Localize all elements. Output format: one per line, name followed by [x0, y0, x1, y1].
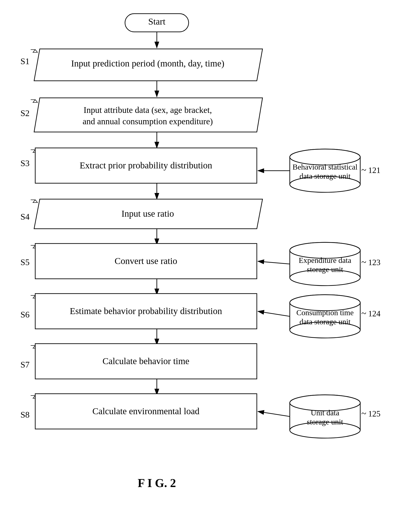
s2-label: S2: [21, 108, 30, 118]
db125-text-line1: Unit data: [311, 408, 339, 417]
s6-label: S6: [21, 310, 30, 319]
db123-number: 123: [368, 258, 380, 267]
svg-marker-6: [34, 98, 262, 132]
s2-text-line2: and annual consumption expenditure): [82, 117, 213, 126]
s2-text-line1: Input attribute data (sex, age bracket,: [84, 105, 212, 115]
db121-number: 121: [368, 166, 380, 175]
db123-tilde: ~: [361, 257, 366, 267]
db124-text-line1: Consumption time: [296, 308, 354, 317]
db124-tilde: ~: [361, 308, 366, 318]
s4-text: Input use ratio: [121, 208, 174, 219]
s1-text: Input prediction period (month, day, tim…: [71, 58, 224, 69]
s5-text: Convert use ratio: [114, 256, 177, 266]
s8-label: S8: [21, 410, 30, 420]
s6-text: Estimate behavior probability distributi…: [70, 306, 222, 316]
db125-tilde: ~: [361, 408, 366, 419]
s4-label: S4: [21, 212, 30, 221]
s7-label: S7: [21, 360, 30, 369]
diagram-container: Start S1 Input prediction period (month,…: [0, 0, 420, 528]
s3-text: Extract prior probability distribution: [79, 160, 212, 170]
db124-number: 124: [368, 309, 380, 318]
db125-text-line2: storage unit: [307, 418, 343, 426]
figure-caption: F I G. 2: [138, 477, 176, 490]
s1-label: S1: [21, 56, 30, 66]
db121-tilde: ~: [361, 165, 366, 175]
db124-text-line2: data storage unit: [300, 317, 351, 326]
db125-number: 125: [368, 409, 380, 418]
db121-text-line1: Behavioral statistical: [293, 163, 357, 171]
db121-text-line2: data storage unit: [300, 172, 351, 180]
s8-text: Calculate environmental load: [92, 406, 200, 416]
db123-text-line1: Expenditure data: [299, 256, 351, 264]
s3-label: S3: [21, 158, 30, 168]
start-label: Start: [148, 16, 165, 27]
s7-text: Calculate behavior time: [102, 356, 189, 366]
s5-label: S5: [21, 257, 30, 267]
db123-text-line2: storage unit: [307, 265, 343, 274]
